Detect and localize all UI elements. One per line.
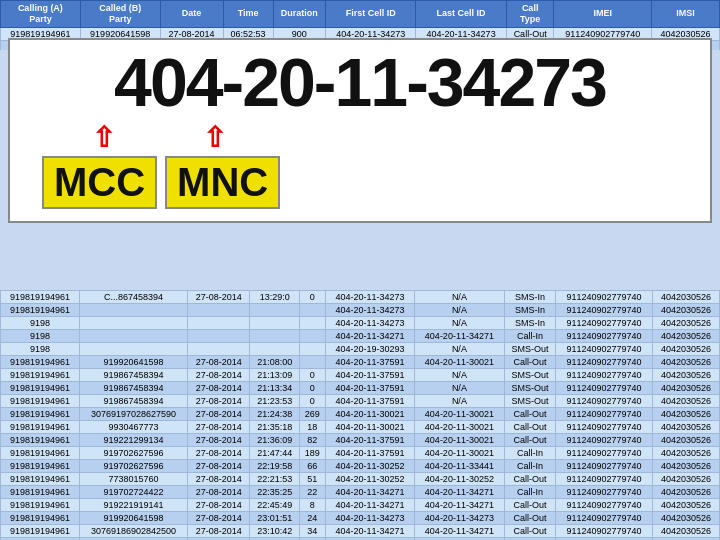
table-cell: 9198 [1, 343, 80, 356]
table-cell: 919920641598 [79, 512, 187, 525]
arrows-row: ⇧ ⇧ [52, 124, 698, 152]
table-cell: 911240902779740 [556, 304, 653, 317]
table-cell: SMS-Out [504, 382, 556, 395]
table-cell: 919819194961 [1, 304, 80, 317]
table-cell: SMS-In [504, 291, 556, 304]
table-cell: 404-20-11-33441 [415, 460, 504, 473]
table-cell: Call-Out [504, 434, 556, 447]
table-cell: 911240902779740 [556, 343, 653, 356]
table-cell: 269 [299, 408, 325, 421]
table-cell: 404-20-11-30021 [415, 447, 504, 460]
table-cell: N/A [415, 395, 504, 408]
table-row: 9198191949613076919702862759027-08-20142… [1, 408, 720, 421]
table-cell: 919819194961 [1, 460, 80, 473]
col-header-called: Called (B)Party [80, 1, 160, 28]
table-cell: 82 [299, 434, 325, 447]
mnc-arrow-icon: ⇧ [203, 124, 226, 152]
table-cell: 4042030526 [652, 369, 719, 382]
table-cell: 404-20-11-34273 [325, 317, 414, 330]
table-row: 9198404-20-11-34271404-20-11-34271Call-I… [1, 330, 720, 343]
table-cell: 911240902779740 [556, 356, 653, 369]
table-cell: 0 [299, 369, 325, 382]
table-cell: 4042030526 [652, 421, 719, 434]
table-row: 91981919496191970262759627-08-201422:19:… [1, 460, 720, 473]
table-cell: 30769186902842500 [79, 525, 187, 538]
table-cell: 404-20-11-34271 [325, 330, 414, 343]
table-row: 91981919496191970262759627-08-201421:47:… [1, 447, 720, 460]
table-cell: 21:35:18 [250, 421, 299, 434]
table-cell: 0 [299, 395, 325, 408]
labels-row: MCC MNC [42, 156, 698, 209]
table-cell: 919819194961 [1, 369, 80, 382]
table-cell: 911240902779740 [556, 512, 653, 525]
table-row: 9198404-20-19-30293N/ASMS-Out91124090277… [1, 343, 720, 356]
big-number-display: 404-20-11-34273 [22, 48, 698, 116]
table-cell: Call-Out [504, 525, 556, 538]
table-cell: 911240902779740 [556, 473, 653, 486]
table-cell: 4042030526 [652, 525, 719, 538]
table-cell: 911240902779740 [556, 421, 653, 434]
table-cell: 4042030526 [652, 408, 719, 421]
table-cell: 22:19:58 [250, 460, 299, 473]
table-cell: 919867458394 [79, 382, 187, 395]
table-cell: 23:01:51 [250, 512, 299, 525]
table-cell [79, 330, 187, 343]
table-cell: 7738015760 [79, 473, 187, 486]
table-cell [188, 343, 250, 356]
table-cell: 404-20-11-30021 [415, 434, 504, 447]
table-cell: 4042030526 [652, 356, 719, 369]
table-cell: 23:10:42 [250, 525, 299, 538]
mnc-label-box: MNC [165, 156, 280, 209]
table-cell: SMS-In [504, 304, 556, 317]
table-cell: 4042030526 [652, 512, 719, 525]
table-cell: 21:13:34 [250, 382, 299, 395]
table-cell: 27-08-2014 [188, 473, 250, 486]
table-cell: C...867458394 [79, 291, 187, 304]
table-cell: Call-Out [504, 473, 556, 486]
table-cell: 404-20-11-30021 [325, 421, 414, 434]
table-cell: N/A [415, 291, 504, 304]
table-cell: 9930467773 [79, 421, 187, 434]
table-header-row: Calling (A)Party Called (B)Party Date Ti… [1, 1, 720, 28]
table-row: 919819194961C...86745839427-08-201413:29… [1, 291, 720, 304]
table-cell: 13:29:0 [250, 291, 299, 304]
table-cell: 404-20-11-37591 [325, 395, 414, 408]
table-cell: N/A [415, 343, 504, 356]
table-cell: 919819194961 [1, 395, 80, 408]
table-cell: 919819194961 [1, 421, 80, 434]
table-cell: 404-20-11-34273 [415, 512, 504, 525]
table-cell [250, 317, 299, 330]
table-cell: 4042030526 [652, 291, 719, 304]
table-cell: 404-20-11-30021 [415, 421, 504, 434]
table-cell: 51 [299, 473, 325, 486]
table-cell: N/A [415, 369, 504, 382]
table-cell [299, 317, 325, 330]
table-cell: 404-20-11-34271 [415, 486, 504, 499]
table-cell: Call-Out [504, 421, 556, 434]
table-cell: Call-Out [504, 408, 556, 421]
table-cell: Call-In [504, 460, 556, 473]
table-cell: 911240902779740 [556, 486, 653, 499]
table-cell: SMS-Out [504, 369, 556, 382]
table-cell: 34 [299, 525, 325, 538]
table-cell: N/A [415, 382, 504, 395]
table-cell: 919221299134 [79, 434, 187, 447]
overlay-box: 404-20-11-34273 ⇧ ⇧ MCC MNC [8, 38, 712, 223]
table-cell [299, 330, 325, 343]
table-cell: 919819194961 [1, 525, 80, 538]
col-header-first-cell: First Cell ID [325, 1, 415, 28]
table-row: 91981919496191922191914127-08-201422:45:… [1, 499, 720, 512]
table-cell: 27-08-2014 [188, 499, 250, 512]
table-cell: 919819194961 [1, 512, 80, 525]
table-cell: 4042030526 [652, 434, 719, 447]
table-cell: 4042030526 [652, 447, 719, 460]
table-cell: 404-20-11-34271 [325, 486, 414, 499]
table-cell [79, 317, 187, 330]
table-row: 91981919496191986745839427-08-201421:23:… [1, 395, 720, 408]
table-cell: 21:24:38 [250, 408, 299, 421]
table-cell: 404-20-11-30252 [325, 473, 414, 486]
table-cell: 911240902779740 [556, 525, 653, 538]
table-cell: 4042030526 [652, 499, 719, 512]
table-cell: 404-20-11-34271 [325, 525, 414, 538]
table-cell: 404-20-11-34271 [415, 330, 504, 343]
